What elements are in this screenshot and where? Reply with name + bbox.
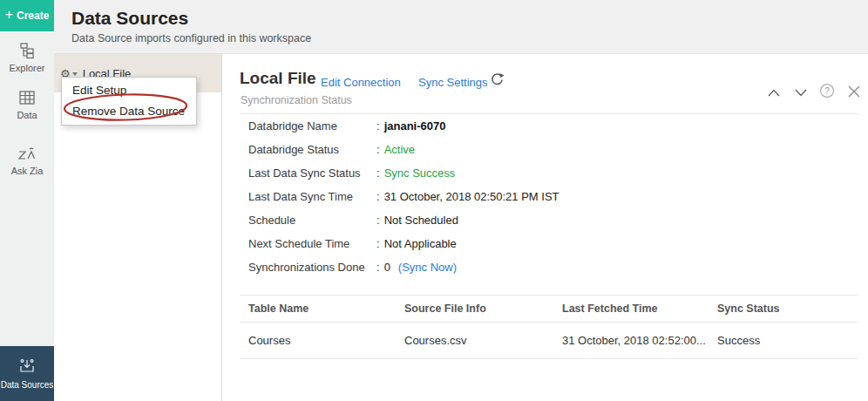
data-icon: [17, 88, 37, 107]
sidebar-item-label: Ask Zia: [11, 166, 44, 176]
row-label: Schedule: [248, 214, 376, 227]
data-sources-icon: [17, 357, 37, 377]
detail-title: Local File: [240, 69, 316, 88]
tables-sync-table: Table Name Source File Info Last Fetched…: [240, 295, 858, 359]
previous-source-button[interactable]: [768, 85, 780, 101]
refresh-icon: [490, 72, 505, 87]
colon: :: [376, 167, 380, 180]
page-title: Data Sources: [71, 8, 188, 29]
sidebar-item-data[interactable]: Data: [0, 88, 54, 120]
chevron-up-icon: [768, 88, 780, 98]
row-label: Next Schedule Time: [248, 237, 376, 250]
colon: :: [376, 214, 380, 227]
row-value: Not Scheduled: [384, 214, 458, 227]
explorer-icon: [17, 41, 37, 60]
colon: :: [376, 119, 380, 133]
row-value: Sync Success: [384, 167, 456, 180]
data-sources-page: + Create Explorer Data: [0, 0, 868, 401]
cell-last-fetched: 31 October, 2018 02:52:00...: [562, 334, 717, 347]
refresh-button[interactable]: [490, 72, 505, 91]
detail-row-schedule: Schedule : Not Scheduled: [248, 208, 858, 232]
colon: :: [376, 237, 380, 250]
column-header-last-fetched-time: Last Fetched Time: [562, 302, 717, 315]
detail-row-synchronizations-done: Synchronizations Done : 0 (Sync Now): [248, 255, 858, 279]
page-header: Data Sources Data Source imports configu…: [54, 0, 868, 54]
column-header-table-name: Table Name: [248, 302, 404, 315]
menu-item-remove-data-source[interactable]: Remove Data Source: [62, 101, 196, 122]
detail-row-databridge-status: Databridge Status : Active: [248, 138, 858, 161]
colon: :: [376, 143, 380, 156]
table-row-courses[interactable]: Courses Courses.csv 31 October, 2018 02:…: [240, 323, 858, 359]
row-value: Not Applicable: [384, 237, 457, 250]
sync-settings-link[interactable]: Sync Settings: [418, 76, 488, 89]
column-header-source-file-info: Source File Info: [404, 302, 562, 315]
sidebar-item-label: Explorer: [10, 63, 45, 73]
detail-row-last-sync-status: Last Data Sync Status : Sync Success: [248, 161, 858, 185]
chevron-down-icon: [795, 88, 807, 98]
source-detail-panel: Local File Edit Connection Sync Settings…: [223, 54, 868, 401]
sidebar-item-data-sources[interactable]: Data Sources: [0, 346, 54, 401]
close-button[interactable]: [848, 85, 860, 101]
row-label: Synchronizations Done: [248, 261, 376, 274]
row-label: Last Data Sync Status: [248, 167, 376, 180]
row-value: 31 October, 2018 02:50:21 PM IST: [384, 190, 559, 203]
sync-now-link[interactable]: (Sync Now): [398, 261, 457, 274]
row-label: Last Data Sync Time: [248, 190, 376, 203]
sidebar: + Create Explorer Data: [0, 0, 54, 401]
sidebar-item-label: Data: [17, 110, 37, 120]
caret-down-icon: [72, 72, 78, 76]
close-icon: [848, 85, 860, 98]
svg-text:?: ?: [824, 86, 830, 96]
sidebar-item-ask-zia[interactable]: Ask Zia: [0, 146, 54, 176]
colon: :: [376, 190, 380, 203]
create-button[interactable]: + Create: [0, 0, 54, 31]
sync-details-list: Databridge Name : janani-6070 Databridge…: [248, 114, 858, 279]
sidebar-item-explorer[interactable]: Explorer: [0, 41, 54, 73]
row-label: Databridge Status: [248, 143, 376, 156]
detail-row-databridge-name: Databridge Name : janani-6070: [248, 114, 858, 138]
cell-sync-status: Success: [717, 334, 858, 347]
cell-table-name: Courses: [248, 334, 404, 347]
colon: :: [376, 261, 380, 274]
source-context-menu: Edit Setup Remove Data Source: [61, 77, 197, 126]
ask-zia-icon: [17, 146, 37, 163]
table-header-row: Table Name Source File Info Last Fetched…: [240, 295, 858, 323]
next-source-button[interactable]: [795, 85, 807, 101]
detail-row-next-schedule-time: Next Schedule Time : Not Applicable: [248, 232, 858, 255]
cell-source-file: Courses.csv: [404, 334, 562, 347]
help-icon: ?: [819, 83, 835, 99]
menu-item-edit-setup[interactable]: Edit Setup: [62, 80, 196, 101]
edit-connection-link[interactable]: Edit Connection: [321, 76, 401, 89]
sync-status-section-label: Synchronization Status: [241, 94, 352, 106]
create-button-label: Create: [17, 10, 49, 22]
row-value: janani-6070: [384, 119, 446, 133]
sidebar-item-label: Data Sources: [1, 380, 54, 390]
column-header-sync-status: Sync Status: [717, 302, 858, 315]
help-button[interactable]: ?: [819, 83, 835, 102]
detail-row-last-sync-time: Last Data Sync Time : 31 October, 2018 0…: [248, 185, 858, 208]
plus-icon: +: [5, 8, 13, 22]
row-label: Databridge Name: [248, 119, 376, 133]
row-value: Active: [384, 143, 415, 156]
page-subtitle: Data Source imports configured in this w…: [71, 32, 311, 44]
row-value: 0: [384, 261, 390, 274]
